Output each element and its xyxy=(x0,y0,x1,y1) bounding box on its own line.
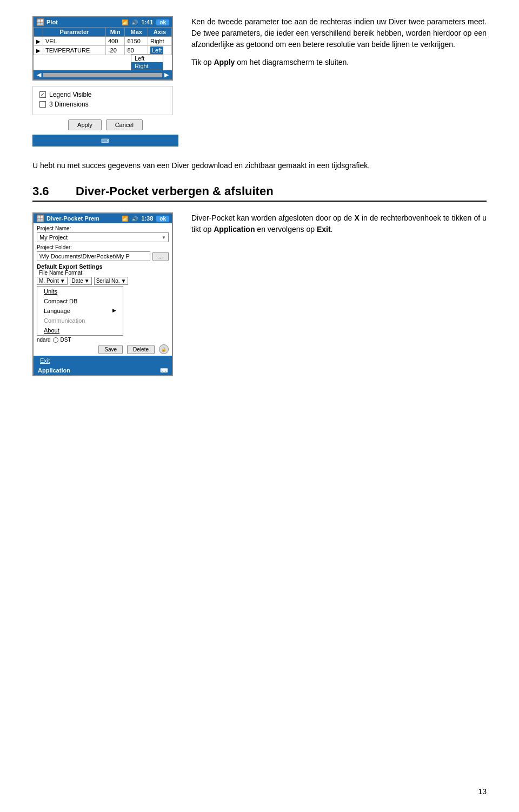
device1-button-row: Apply Cancel xyxy=(32,119,178,130)
col-header-min: Min xyxy=(105,28,124,37)
signal-icon2: 📶 xyxy=(122,216,128,222)
three-d-checkbox[interactable] xyxy=(39,101,46,108)
device1-ok-btn[interactable]: ok xyxy=(156,19,169,25)
exit-label: Exit xyxy=(40,357,50,364)
project-name-input[interactable]: My Project ▼ xyxy=(37,232,169,242)
device1-screen: 🪟 Plot 📶 🔊 1:41 ok Param xyxy=(32,16,173,81)
page-number: 13 xyxy=(478,787,487,796)
signal-icon: 📶 xyxy=(122,19,128,25)
menu-item-language[interactable]: Language ▶ xyxy=(37,306,123,316)
vel-max: 6150 xyxy=(125,37,148,46)
menu-item-compactdb[interactable]: Compact DB xyxy=(37,296,123,306)
format-select-serial[interactable]: Serial No. ▼ xyxy=(94,277,129,285)
bold-app: Application xyxy=(214,225,255,234)
delete-button[interactable]: Delete xyxy=(127,345,155,354)
col-header-empty xyxy=(34,28,43,37)
device2-title: Diver-Pocket Prem xyxy=(46,215,99,222)
submenu-arrow: ▶ xyxy=(112,308,116,313)
cancel-button[interactable]: Cancel xyxy=(106,119,143,130)
keyboard-icon: ⌨ xyxy=(160,368,168,374)
format-row: M. Point ▼ Date ▼ Serial No. ▼ xyxy=(37,277,169,285)
device1-blue-bar: ⌨ xyxy=(32,135,178,147)
nav-scrollbar xyxy=(43,73,162,77)
dropdown-arrow: ▼ xyxy=(162,235,166,240)
menu-item-units[interactable]: Units xyxy=(37,287,123,296)
keyboard-dots: ⌨ xyxy=(101,138,110,144)
device1-table: Parameter Min Max Axis ▶ VEL 400 6150 Ri xyxy=(34,27,172,55)
radio-dst[interactable] xyxy=(53,337,58,343)
speaker-icon2: 🔊 xyxy=(131,216,138,222)
dst-label: DST xyxy=(61,337,71,343)
project-name-label: Project Name: xyxy=(37,225,172,231)
top-paragraph2: Tik op Apply om het diagramscherm te slu… xyxy=(191,57,487,68)
table-row: ▶ VEL 400 6150 Right xyxy=(34,37,172,46)
param-temp: TEMPERATURE xyxy=(43,46,106,55)
device1-nav-row: ◀ ▶ xyxy=(34,70,172,79)
bold-exit: Exit xyxy=(317,225,331,234)
apply-suffix: om het diagramscherm te sluiten. xyxy=(235,58,349,66)
device2-screenshot: 🪟 Diver-Pocket Prem 📶 🔊 1:38 ok Project … xyxy=(32,212,178,376)
default-export-label: Default Export Settings xyxy=(37,263,172,270)
axis-dropdown[interactable]: Left Right xyxy=(131,54,163,70)
dropdown-item-right[interactable]: Right xyxy=(131,62,163,70)
row-arrow: ▶ xyxy=(34,37,43,46)
apply-button[interactable]: Apply xyxy=(68,119,102,130)
device2-screen: 🪟 Diver-Pocket Prem 📶 🔊 1:38 ok Project … xyxy=(32,212,173,376)
browse-button[interactable]: ... xyxy=(152,252,169,261)
temp-min: -20 xyxy=(105,46,124,55)
section-top: 🪟 Plot 📶 🔊 1:41 ok Param xyxy=(32,16,487,147)
vel-min: 400 xyxy=(105,37,124,46)
temp-max: 80 xyxy=(125,46,148,55)
menu-item-communication[interactable]: Communication xyxy=(37,316,123,325)
app-label: Application xyxy=(38,367,70,374)
mpoint-arrow: ▼ xyxy=(60,278,65,284)
device2-btn-row: Save Delete 🔒 xyxy=(37,344,169,354)
lock-icon: 🔒 xyxy=(159,344,169,354)
menu-overlay: Units Compact DB Language ▶ Communicatio… xyxy=(37,286,123,336)
legend-visible-label: Legend Visible xyxy=(49,91,92,98)
device2-ok-btn[interactable]: ok xyxy=(156,216,169,222)
section36-title: Diver-Pocket verbergen & afsluiten xyxy=(76,184,274,198)
file-name-format-label: File Name Format: xyxy=(39,270,172,276)
section36-content: 🪟 Diver-Pocket Prem 📶 🔊 1:38 ok Project … xyxy=(32,212,487,376)
col-header-max: Max xyxy=(125,28,148,37)
partial-text: ndard xyxy=(37,337,51,343)
temp-axis: Left xyxy=(148,46,171,55)
app-bar: Application ⌨ xyxy=(34,365,172,375)
device1-titlebar: 🪟 Plot 📶 🔊 1:41 ok xyxy=(34,17,172,27)
exit-menu-item[interactable]: Exit xyxy=(34,356,172,365)
project-folder-input[interactable]: \My Documents\DiverPocket\My P xyxy=(37,251,150,261)
format-select-date[interactable]: Date ▼ xyxy=(70,277,92,285)
windows-icon: 🪟 xyxy=(36,18,44,26)
project-folder-value: \My Documents\DiverPocket\My P xyxy=(39,253,130,259)
bold-x: X xyxy=(354,214,359,222)
partial-content-row: ndard DST xyxy=(37,337,80,343)
col-header-parameter: Parameter xyxy=(43,28,106,37)
save-button[interactable]: Save xyxy=(98,345,123,354)
dropdown-item-left[interactable]: Left xyxy=(131,55,163,62)
three-d-row: 3 Dimensions xyxy=(39,101,166,108)
apply-bold: Apply xyxy=(214,58,235,66)
device2-titlebar: 🪟 Diver-Pocket Prem 📶 🔊 1:38 ok xyxy=(34,214,172,223)
para4: . xyxy=(331,225,333,234)
format-select-mpoint[interactable]: M. Point ▼ xyxy=(37,277,68,285)
device1-time: 1:41 xyxy=(141,19,153,25)
serial-arrow: ▼ xyxy=(121,278,127,284)
nav-right-arrow[interactable]: ▶ xyxy=(164,71,169,78)
date-arrow: ▼ xyxy=(84,278,90,284)
project-folder-label: Project Folder: xyxy=(37,244,172,250)
row-arrow2: ▶ xyxy=(34,46,43,55)
three-d-label: 3 Dimensions xyxy=(49,101,89,108)
apply-prefix: Tik op xyxy=(191,58,214,66)
para-prefix: Diver-Pocket kan worden afgesloten door … xyxy=(191,214,354,222)
menu-item-about[interactable]: About xyxy=(37,325,123,335)
device2-time: 1:38 xyxy=(141,215,153,222)
speaker-icon: 🔊 xyxy=(131,19,138,25)
project-name-value: My Project xyxy=(39,234,68,241)
legend-visible-checkbox[interactable] xyxy=(39,91,46,98)
table-row: ▶ TEMPERATURE -20 80 Left xyxy=(34,46,172,55)
nav-left-arrow[interactable]: ◀ xyxy=(37,71,41,78)
axis-dropdown-selected[interactable]: Left xyxy=(150,46,163,54)
section36-number: 3.6 xyxy=(32,184,65,198)
device1-screenshot: 🪟 Plot 📶 🔊 1:41 ok Param xyxy=(32,16,178,147)
